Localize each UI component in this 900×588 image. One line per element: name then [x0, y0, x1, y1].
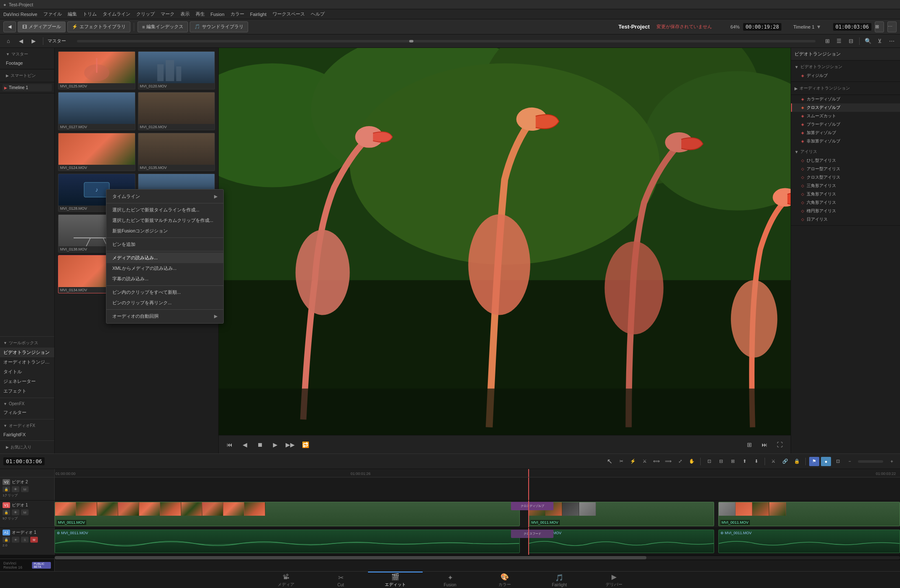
paste-overwrite[interactable]: ⊞ [728, 457, 738, 466]
box-iris-item[interactable]: ◇ 日アイリス [791, 215, 900, 224]
forward-nav-button[interactable]: ▶ [29, 37, 39, 46]
toolbox-header[interactable]: ▼ ツールボックス [0, 338, 54, 348]
nav-deliver[interactable]: ▶ デリバー [587, 572, 641, 588]
track-v2-content[interactable] [55, 477, 900, 500]
media-thumb-0124[interactable]: MVI_0124.MOV [58, 133, 135, 171]
menu-davinci[interactable]: DaVinci Resolve [3, 12, 37, 17]
lift-button[interactable]: ⬆ [739, 457, 749, 466]
next-clip-button[interactable]: ⏭ [759, 439, 770, 451]
menu-help[interactable]: ヘルプ [311, 11, 325, 17]
v2-lock-btn[interactable]: 🔒 [3, 486, 10, 492]
go-to-start-button[interactable]: ⏮ [224, 439, 236, 451]
v1-lock-btn[interactable]: 🔒 [3, 509, 10, 515]
ctx-add-pin[interactable]: ピンを追加 [106, 239, 223, 250]
menu-color[interactable]: カラー [230, 11, 244, 17]
menu-mark[interactable]: マーク [161, 11, 175, 17]
a1-m-btn[interactable]: M [30, 537, 38, 543]
smart-pins-header[interactable]: ▶ スマートピン [3, 71, 52, 80]
prev-frame-button[interactable]: ◀ [239, 439, 251, 451]
ctx-timeline[interactable]: タイムライン ▶ [106, 191, 223, 202]
slide-tool[interactable]: ⟹ [663, 457, 673, 466]
link-button[interactable]: 🔗 [780, 457, 790, 466]
dissolve-item[interactable]: ◈ ディジルブ [791, 71, 900, 80]
lock-button[interactable]: 🔒 [792, 457, 802, 466]
warp-tool[interactable]: ⤢ [675, 457, 685, 466]
ctx-import-xml[interactable]: XMLからメディアの読み込み... [106, 263, 223, 274]
ctx-fusion-comp[interactable]: 新規Fusionコンポジション [106, 226, 223, 236]
edit-index-button[interactable]: ≡ 編集インデックス [138, 21, 188, 32]
audio-fx-header[interactable]: ▼ オーディオFX [0, 421, 54, 430]
zoom-minus[interactable]: － [844, 457, 855, 466]
triangle-iris-item[interactable]: ◇ 三角形アイリス [791, 182, 900, 190]
home-button[interactable]: ⌂ [3, 37, 13, 46]
context-menu[interactable]: タイムライン ▶ 選択したビンで新規タイムラインを作成... 選択したビンで新規… [106, 189, 224, 324]
v1-vis-btn[interactable]: 👁 [12, 509, 19, 515]
media-thumb-0127[interactable]: MVI_0127.MOV [58, 92, 135, 130]
smooth-cut-item[interactable]: ◈ スムーズカット [791, 112, 900, 120]
oval-iris-item[interactable]: ◇ 楕円形アイリス [791, 207, 900, 215]
effects-library-button[interactable]: ⚡ エフェクトライブラリ [67, 21, 130, 32]
cross-iris-item[interactable]: ◇ クロス型アイリス [791, 173, 900, 182]
v1-mute-btn[interactable]: M [21, 509, 29, 515]
sort-button[interactable]: ⊻ [875, 37, 885, 46]
timeline-zoom-slider[interactable] [858, 460, 883, 463]
nav-edit[interactable]: 🎬 エディット [368, 572, 423, 588]
ctx-relink-clips[interactable]: ビンのクリップを再リンク... [106, 298, 223, 308]
a1-clip-3[interactable]: ⊛ MVI_0011.MOV [718, 530, 900, 553]
layout-button[interactable]: ⊞ [875, 21, 884, 32]
ctx-new-timeline[interactable]: 選択したビンで新規タイムラインを作成... [106, 205, 223, 215]
scrollbar-thumb[interactable] [55, 556, 646, 559]
menu-fusion[interactable]: Fusion [211, 12, 225, 17]
audio-transitions-sidebar[interactable]: オーディオトランジション [0, 357, 54, 367]
back-nav-button[interactable]: ◀ [16, 37, 26, 46]
pentagon-iris-item[interactable]: ◇ 五角形アイリス [791, 190, 900, 198]
hexagon-iris-item[interactable]: ◇ 六角形アイリス [791, 198, 900, 207]
flag-button[interactable]: ⚑ [809, 457, 819, 466]
filters-sidebar[interactable]: フィルター [0, 408, 54, 417]
stop-button[interactable]: ⏹ [254, 439, 266, 451]
zoom-handle[interactable] [409, 40, 413, 42]
media-thumb-0125[interactable]: MVI_0125.MOV [58, 51, 135, 90]
zoom-plus[interactable]: ＋ [887, 457, 897, 466]
menu-workspace[interactable]: ワークスペース [273, 11, 305, 17]
razor-tool[interactable]: ⚔ [768, 457, 778, 466]
meta-view-button[interactable]: ⊟ [846, 37, 856, 46]
a1-clip-2[interactable]: ⊛ MVI_0011.MOV [528, 530, 714, 553]
menu-clip[interactable]: クリップ [136, 11, 155, 17]
select-tool[interactable]: ↖ [604, 457, 614, 466]
non-additive-item[interactable]: ◈ 非加算ディゾルブ [791, 137, 900, 145]
more-options-button[interactable]: ⋯ [887, 21, 897, 32]
paste-insert[interactable]: ⊟ [716, 457, 726, 466]
marker-color[interactable]: ● [821, 457, 831, 466]
sound-library-button[interactable]: 🎵 サウンドライブラリ [190, 21, 248, 32]
master-bin-header[interactable]: ▼ マスター [3, 50, 52, 59]
effects-sidebar[interactable]: エフェクト [0, 386, 54, 396]
a1-lock-btn[interactable]: 🔒 [3, 537, 10, 543]
ctx-reorder-clips[interactable]: ビン内のクリップをすべて新順... [106, 287, 223, 298]
blade-tool[interactable]: ⚔ [640, 457, 650, 466]
menu-playback[interactable]: 再生 [196, 11, 205, 17]
menu-edit[interactable]: 編集 [68, 11, 77, 17]
list-view-button[interactable]: ☰ [834, 37, 844, 46]
audio-transitions-header[interactable]: ▶ オーディオトランジション [791, 84, 900, 93]
timeline-scrollbar[interactable] [0, 555, 900, 560]
a1-vis-btn[interactable]: 👁 [12, 537, 19, 543]
media-thumb-0126[interactable]: MVI_0126.MOV [138, 92, 215, 130]
a1-clip-1[interactable]: ⊛ MVI_0011.MOV [55, 530, 520, 553]
v2-mute-btn[interactable]: M [21, 486, 29, 492]
slip-tool[interactable]: ⟺ [651, 457, 662, 466]
v1-clip-3[interactable]: MVI_0011.MOV [718, 502, 900, 526]
v1-clip-2[interactable]: MVI_0011.MOV [528, 502, 714, 526]
cross-dissolve-item[interactable]: ◈ クロスディゾルブ [791, 103, 900, 112]
menu-trim[interactable]: トリム [83, 11, 97, 17]
back-button[interactable]: ◀ [3, 21, 16, 32]
nav-cut[interactable]: ✂ Cut [313, 572, 368, 588]
ctx-import-subs[interactable]: 字幕の読み込み... [106, 274, 223, 284]
video-transitions-header[interactable]: ▼ ビデオトランジション [791, 62, 900, 71]
a1-s-btn[interactable]: S [21, 537, 29, 543]
search-button[interactable]: 🔍 [863, 37, 873, 46]
viewer-layout-button[interactable]: ⊞ [744, 439, 755, 451]
track-a1-content[interactable]: ⊛ MVI_0011.MOV クロスフード ⊛ MVI_0011.MOV [55, 528, 900, 555]
fairlight-fx-sidebar[interactable]: FairlightFX [0, 430, 54, 439]
grid-view-button[interactable]: ⊞ [822, 37, 832, 46]
